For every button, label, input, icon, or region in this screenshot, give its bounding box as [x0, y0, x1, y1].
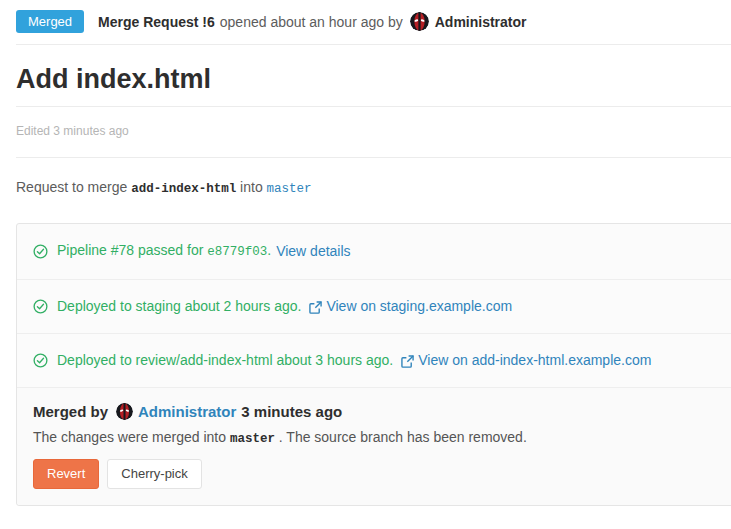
deployment-status-text: Deployed to review/add-index-html about … [57, 351, 393, 370]
merged-by-label: Merged by [33, 403, 108, 420]
merged-body-prefix: The changes were merged into [33, 429, 226, 445]
merged-by-heading: Merged by Administrator 3 minutes ago [33, 403, 717, 420]
author-name-link[interactable]: Administrator [435, 14, 527, 30]
pipeline-status-row: Pipeline #78 passed for e8779f03. View d… [17, 224, 731, 280]
view-environment-link[interactable]: View on staging.example.com [326, 297, 512, 316]
merged-time: 3 minutes ago [241, 403, 342, 420]
check-circle-icon [33, 299, 48, 314]
check-circle-icon [33, 353, 48, 368]
request-to-merge-line: Request to merge add-index-html into mas… [16, 179, 731, 196]
divider [16, 106, 731, 107]
author-avatar[interactable] [410, 12, 429, 31]
external-link-icon [401, 355, 414, 368]
merger-avatar[interactable] [116, 403, 133, 420]
deployment-status-text: Deployed to staging about 2 hours ago. [57, 297, 301, 316]
deployment-row-review: Deployed to review/add-index-html about … [17, 334, 731, 388]
view-details-link[interactable]: View details [276, 242, 350, 261]
pipeline-period: . [267, 242, 271, 258]
merged-body-suffix: . The source branch has been removed. [279, 429, 527, 445]
external-link-icon [309, 301, 322, 314]
divider [16, 157, 731, 158]
pipeline-status-text: Pipeline #78 passed for e8779f03. [57, 241, 271, 262]
cherry-pick-button[interactable]: Cherry-pick [107, 459, 201, 489]
mr-reference: Merge Request !6 [98, 14, 215, 30]
merge-request-page: Merged Merge Request !6 opened about an … [0, 0, 731, 506]
mr-state-row: Merged Merge Request !6 opened about an … [16, 10, 731, 33]
deployment-row-staging: Deployed to staging about 2 hours ago. V… [17, 280, 731, 334]
target-branch-link[interactable]: master [267, 182, 312, 196]
merged-target-branch: master [230, 432, 275, 446]
merged-body-text: The changes were merged into master . Th… [33, 429, 717, 446]
page-title: Add index.html [16, 61, 731, 97]
divider [16, 44, 731, 45]
merged-section: Merged by Administrator 3 minutes ago Th… [17, 388, 731, 505]
edited-note: Edited 3 minutes ago [16, 124, 731, 138]
merger-name-link[interactable]: Administrator [138, 403, 236, 420]
request-prefix: Request to merge [16, 179, 127, 195]
status-badge: Merged [16, 10, 84, 33]
source-branch: add-index-html [131, 182, 236, 196]
mr-widget: Pipeline #78 passed for e8779f03. View d… [16, 223, 731, 506]
widget-actions: Revert Cherry-pick [33, 459, 717, 489]
request-middle: into [240, 179, 263, 195]
pipeline-text: Pipeline #78 passed for [57, 242, 203, 258]
check-circle-icon [33, 244, 48, 259]
commit-sha-link[interactable]: e8779f03 [207, 245, 267, 259]
view-environment-link[interactable]: View on add-index-html.example.com [418, 351, 651, 370]
revert-button[interactable]: Revert [33, 459, 99, 489]
opened-text: opened about an hour ago by [220, 14, 403, 30]
